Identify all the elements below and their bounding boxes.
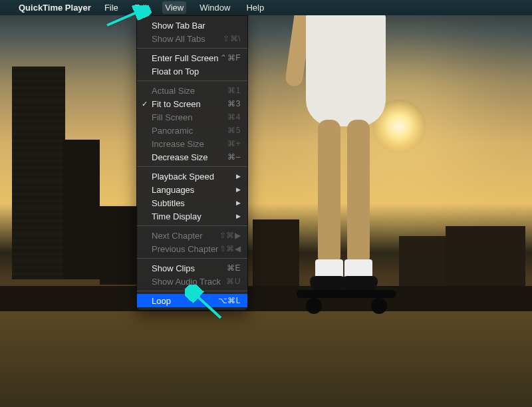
app-name[interactable]: QuickTime Player [19, 3, 91, 13]
menu-item-time-display[interactable]: Time Display▶ [137, 209, 247, 223]
menu-item-next-chapter: Next Chapter⇧⌘▶ [137, 229, 247, 242]
menu-separator [137, 166, 247, 167]
menubar: QuickTime Player FileEditViewWindowHelp [0, 0, 532, 15]
svg-line-1 [189, 289, 221, 318]
svg-line-0 [107, 8, 147, 25]
menu-separator [137, 48, 247, 49]
menu-help[interactable]: Help [243, 1, 267, 14]
menu-item-decrease-size[interactable]: Decrease Size⌘– [137, 150, 247, 164]
menu-item-fill-screen: Fill Screen⌘4 [137, 110, 247, 124]
menu-item-panoramic: Panoramic⌘5 [137, 124, 247, 137]
menu-item-shortcut: ⌘E [227, 263, 241, 273]
menu-separator [137, 225, 247, 226]
view-menu-dropdown: Show Tab BarShow All Tabs⇧⌘\Enter Full S… [136, 15, 248, 311]
menu-item-label: Languages [152, 185, 236, 195]
menu-item-shortcut: ⌘3 [227, 99, 241, 108]
menu-item-float-on-top[interactable]: Float on Top [137, 65, 247, 78]
menu-item-label: Show All Tabs [152, 34, 223, 44]
menu-separator [137, 80, 247, 81]
menu-item-label: Previous Chapter [152, 244, 219, 254]
menu-item-shortcut: ⌘5 [227, 126, 241, 135]
menu-item-label: Panoramic [152, 126, 227, 136]
menu-item-shortcut: ⌘– [227, 152, 241, 162]
menu-item-label: Playback Speed [152, 172, 236, 182]
menu-item-label: Increase Size [152, 139, 227, 149]
menu-item-playback-speed[interactable]: Playback Speed▶ [137, 170, 247, 183]
menu-item-label: Float on Top [152, 67, 241, 76]
menu-item-subtitles[interactable]: Subtitles▶ [137, 196, 247, 209]
menu-item-label: Fit to Screen [152, 99, 227, 109]
menu-item-label: Next Chapter [152, 231, 219, 241]
menu-item-shortcut: ⌘4 [227, 112, 241, 122]
menu-item-shortcut: ⌘+ [227, 139, 241, 148]
menu-item-label: Show Tab Bar [152, 21, 241, 31]
menu-item-languages[interactable]: Languages▶ [137, 183, 247, 196]
menu-item-show-clips[interactable]: Show Clips⌘E [137, 261, 247, 275]
menu-window[interactable]: Window [197, 1, 233, 14]
menu-item-shortcut: ⇧⌘\ [223, 34, 241, 43]
menu-separator [137, 258, 247, 259]
chevron-right-icon: ▶ [236, 173, 241, 180]
annotation-arrow-loop [185, 285, 231, 322]
menu-item-label: Fill Screen [152, 112, 227, 122]
menu-item-label: Enter Full Screen [152, 53, 220, 63]
menu-item-label: Subtitles [152, 198, 236, 208]
menu-item-label: Actual Size [152, 86, 227, 96]
menu-item-show-all-tabs: Show All Tabs⇧⌘\ [137, 32, 247, 45]
chevron-right-icon: ▶ [236, 213, 241, 219]
chevron-right-icon: ▶ [236, 200, 241, 206]
menu-item-previous-chapter: Previous Chapter⇧⌘◀ [137, 242, 247, 255]
menu-item-label: Decrease Size [152, 152, 227, 162]
menu-item-shortcut: ⌃⌘F [220, 53, 241, 63]
menu-item-fit-to-screen[interactable]: ✓Fit to Screen⌘3 [137, 97, 247, 110]
check-icon: ✓ [142, 100, 148, 108]
video-frame [0, 0, 532, 407]
menu-item-increase-size: Increase Size⌘+ [137, 137, 247, 150]
menu-item-label: Time Display [152, 211, 236, 221]
menu-item-label: Show Clips [152, 263, 227, 273]
menu-item-enter-full-screen[interactable]: Enter Full Screen⌃⌘F [137, 51, 247, 65]
menu-item-shortcut: ⌘1 [227, 86, 241, 95]
menu-item-shortcut: ⇧⌘◀ [219, 244, 241, 253]
chevron-right-icon: ▶ [236, 186, 241, 193]
menu-item-shortcut: ⇧⌘▶ [219, 231, 241, 240]
menu-view[interactable]: View [162, 1, 186, 14]
annotation-arrow-view [103, 5, 156, 29]
menu-item-actual-size: Actual Size⌘1 [137, 84, 247, 97]
